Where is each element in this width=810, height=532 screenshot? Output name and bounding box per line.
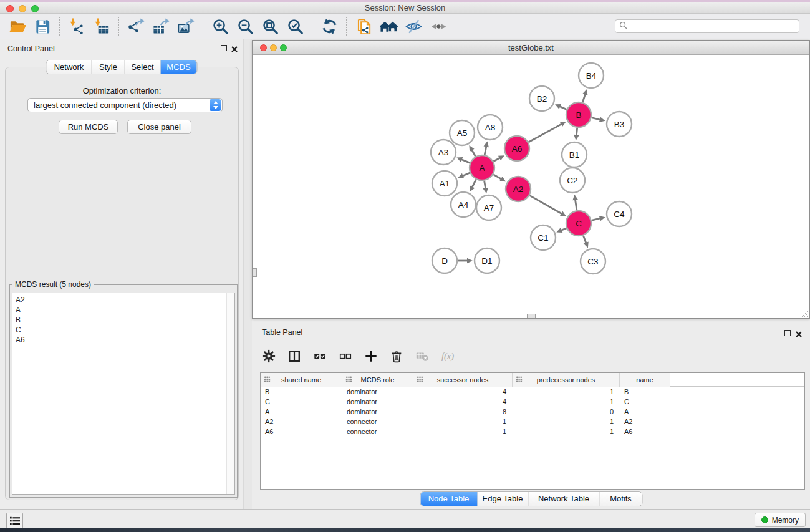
export-network-button[interactable] (123, 15, 148, 37)
tab-node-table[interactable]: Node Table (420, 492, 477, 506)
mcds-result-list[interactable]: A2ABCA6 (12, 293, 235, 495)
memory-button[interactable]: Memory (755, 513, 806, 527)
graph-edge-C-C4[interactable] (591, 216, 605, 221)
tab-network-table[interactable]: Network Table (528, 492, 599, 506)
tab-style[interactable]: Style (92, 60, 125, 74)
column-header-shared-name[interactable]: shared name (261, 373, 342, 387)
select-all-rows-button[interactable] (312, 348, 328, 364)
graph-node-C3[interactable]: C3 (581, 249, 605, 274)
tab-mcds[interactable]: MCDS (160, 60, 197, 74)
graph-node-B2[interactable]: B2 (529, 86, 554, 111)
table-row[interactable]: A6connector11A6 (261, 427, 804, 437)
graph-edge-A-A5[interactable] (469, 145, 475, 157)
hide-selected-button[interactable] (401, 15, 426, 37)
graph-edge-A6-B[interactable] (528, 122, 566, 142)
network-zoom-button[interactable] (280, 44, 287, 51)
import-table-button[interactable] (89, 15, 114, 37)
import-network-button[interactable] (64, 15, 89, 37)
zoom-in-button[interactable] (208, 15, 233, 37)
graph-edge-A2-C[interactable] (529, 195, 566, 216)
result-item-a[interactable]: A (12, 305, 234, 315)
graph-node-C4[interactable]: C4 (607, 201, 632, 226)
result-item-b[interactable]: B (12, 315, 234, 325)
graph-node-B3[interactable]: B3 (607, 112, 632, 137)
float-panel-icon[interactable] (221, 45, 227, 51)
open-session-button[interactable] (5, 15, 30, 37)
table-row[interactable]: Adominator80A (261, 407, 804, 417)
graph-node-A3[interactable]: A3 (431, 140, 456, 165)
column-header-successor-nodes[interactable]: successor nodes (413, 373, 513, 387)
result-scrollbar[interactable] (226, 293, 234, 494)
graph-node-B[interactable]: B (566, 102, 591, 127)
graph-edge-A-A2[interactable] (493, 175, 506, 182)
result-item-c[interactable]: C (12, 325, 234, 335)
add-column-button[interactable] (363, 348, 379, 364)
search-input[interactable] (627, 22, 795, 31)
zoom-fit-button[interactable] (258, 15, 282, 37)
graph-node-C2[interactable]: C2 (560, 168, 585, 193)
graph-edge-C-C1[interactable] (556, 228, 566, 233)
zoom-out-button[interactable] (233, 15, 258, 37)
graph-node-D1[interactable]: D1 (475, 248, 499, 273)
graph-edge-A-A1[interactable] (458, 173, 470, 178)
search-box[interactable] (615, 19, 799, 33)
tab-motifs[interactable]: Motifs (599, 492, 642, 506)
graph-edge-C-C3[interactable] (583, 236, 588, 248)
column-header-mcds-role[interactable]: MCDS role (342, 373, 413, 387)
close-panel-icon[interactable] (231, 44, 238, 52)
graph-node-C1[interactable]: C1 (531, 225, 556, 250)
graph-node-A[interactable]: A (470, 155, 494, 180)
zoom-window-button[interactable] (31, 5, 39, 12)
run-mcds-button[interactable]: Run MCDS (59, 120, 118, 134)
graph-node-A1[interactable]: A1 (432, 171, 457, 196)
graph-node-A6[interactable]: A6 (504, 136, 529, 161)
save-session-button[interactable] (30, 15, 55, 37)
tab-edge-table[interactable]: Edge Table (477, 492, 528, 506)
new-network-from-file-button[interactable] (351, 15, 376, 37)
deselect-all-rows-button[interactable] (337, 348, 354, 364)
result-item-a2[interactable]: A2 (12, 295, 234, 305)
graph-node-A5[interactable]: A5 (450, 120, 475, 145)
export-table-button[interactable] (148, 15, 173, 37)
graph-node-A2[interactable]: A2 (506, 177, 531, 201)
table-settings-button[interactable] (261, 348, 277, 364)
graph-edge-A-A8[interactable] (484, 142, 489, 155)
minimize-window-button[interactable] (19, 5, 26, 12)
zoom-selected-button[interactable] (282, 15, 307, 37)
graph-edge-B-B2[interactable] (555, 104, 567, 110)
graph-node-C[interactable]: C (566, 211, 591, 236)
network-close-button[interactable] (260, 44, 267, 51)
graph-edge-A-A7[interactable] (483, 181, 488, 194)
graph-edge-D-D1[interactable] (458, 258, 473, 264)
task-history-button[interactable] (6, 513, 23, 528)
graph-edge-A-A4[interactable] (470, 180, 476, 192)
graph-edge-B-B4[interactable] (582, 89, 587, 102)
column-header-name[interactable]: name (620, 373, 670, 387)
tab-select[interactable]: Select (125, 60, 160, 74)
graph-edge-B-B3[interactable] (591, 117, 605, 122)
table-row[interactable]: A2connector11A2 (261, 417, 804, 427)
table-row[interactable]: Bdominator41B (261, 387, 804, 397)
close-window-button[interactable] (6, 5, 14, 12)
graph-node-A7[interactable]: A7 (476, 195, 501, 220)
network-canvas[interactable]: B4B2BB3A8A5A6A3B1AC2A1A2A4A7C4CC1C3DD1 (253, 55, 809, 318)
column-header-predecessor-nodes[interactable]: predecessor nodes (513, 373, 620, 387)
graph-node-B4[interactable]: B4 (579, 63, 604, 88)
refresh-network-button[interactable] (317, 15, 342, 37)
bottom-edge-grip[interactable] (527, 314, 536, 318)
network-graph[interactable]: B4B2BB3A8A5A6A3B1AC2A1A2A4A7C4CC1C3DD1 (253, 55, 809, 318)
network-minimize-button[interactable] (270, 44, 277, 51)
export-image-button[interactable] (173, 15, 198, 37)
panel-divider[interactable] (243, 39, 252, 509)
graph-node-A4[interactable]: A4 (451, 192, 476, 217)
table-row[interactable]: Cdominator41C (261, 397, 804, 407)
toggle-columns-button[interactable] (286, 348, 302, 364)
graph-edge-A-A3[interactable] (456, 157, 470, 163)
show-all-button[interactable] (426, 15, 451, 37)
graph-edge-B-B1[interactable] (574, 128, 579, 140)
delete-column-button[interactable] (388, 348, 405, 364)
close-panel-icon[interactable] (795, 329, 803, 337)
first-neighbors-button[interactable] (376, 15, 401, 37)
graph-node-A8[interactable]: A8 (478, 115, 503, 140)
tab-network[interactable]: Network (47, 60, 92, 74)
